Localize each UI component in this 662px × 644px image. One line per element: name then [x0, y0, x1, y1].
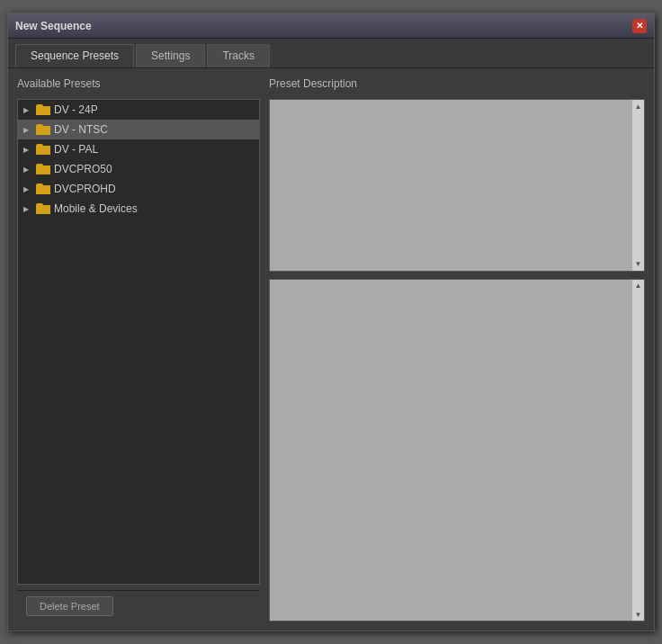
- folder-icon: [36, 183, 50, 194]
- presets-list[interactable]: ▶ DV - 24P ▶ DV - NTSC ▶ DV - PAL ▶: [17, 99, 260, 585]
- preset-description-bottom: ▲ ▼: [269, 279, 645, 622]
- expand-arrow-icon: ▶: [23, 126, 32, 134]
- tab-sequence-presets[interactable]: Sequence Presets: [15, 44, 134, 67]
- folder-icon: [36, 104, 50, 115]
- expand-arrow-icon: ▶: [23, 106, 32, 114]
- expand-arrow-icon: ▶: [23, 185, 32, 193]
- list-item[interactable]: ▶ DV - PAL: [18, 139, 259, 159]
- scroll-up-icon[interactable]: ▲: [634, 102, 643, 111]
- folder-icon: [36, 124, 50, 135]
- delete-preset-button[interactable]: Delete Preset: [26, 596, 113, 616]
- tab-tracks[interactable]: Tracks: [207, 44, 270, 67]
- presets-heading: Available Presets: [17, 77, 260, 94]
- folder-icon: [36, 203, 50, 214]
- preset-description-heading: Preset Description: [269, 77, 645, 92]
- list-item[interactable]: ▶ DVCPRO50: [18, 159, 259, 179]
- window-title: New Sequence: [15, 20, 92, 32]
- folder-icon: [36, 164, 50, 174]
- scrollbar-bottom[interactable]: ▲ ▼: [631, 280, 644, 621]
- preset-label: DV - PAL: [54, 143, 98, 156]
- title-bar: New Sequence ✕: [8, 13, 654, 39]
- list-item[interactable]: ▶ DV - 24P: [18, 100, 259, 120]
- main-window: New Sequence ✕ Sequence Presets Settings…: [7, 13, 655, 631]
- tabs-bar: Sequence Presets Settings Tracks: [8, 39, 654, 68]
- scroll-down-icon[interactable]: ▼: [634, 610, 643, 619]
- list-item[interactable]: ▶ Mobile & Devices: [18, 199, 259, 219]
- content-area: Available Presets ▶ DV - 24P ▶ DV - NTSC…: [8, 68, 654, 631]
- preset-description-top: ▲ ▼: [269, 99, 645, 272]
- close-button[interactable]: ✕: [632, 19, 647, 33]
- tab-settings[interactable]: Settings: [136, 44, 205, 67]
- expand-arrow-icon: ▶: [23, 205, 32, 213]
- preset-label: DV - NTSC: [54, 123, 108, 136]
- list-item[interactable]: ▶ DVCPROHD: [18, 179, 259, 199]
- preset-label: DVCPROHD: [54, 183, 116, 195]
- scroll-up-icon[interactable]: ▲: [634, 282, 643, 291]
- preset-label: DV - 24P: [54, 103, 98, 116]
- left-panel: Available Presets ▶ DV - 24P ▶ DV - NTSC…: [17, 77, 260, 622]
- scroll-down-icon[interactable]: ▼: [634, 260, 643, 269]
- right-panel: Preset Description ▲ ▼ ▲ ▼: [269, 77, 645, 622]
- folder-icon: [36, 144, 50, 155]
- expand-arrow-icon: ▶: [23, 165, 32, 174]
- list-item[interactable]: ▶ DV - NTSC: [18, 120, 259, 139]
- bottom-bar: Delete Preset: [17, 590, 260, 622]
- preset-label: Mobile & Devices: [54, 202, 138, 215]
- expand-arrow-icon: ▶: [23, 146, 32, 154]
- preset-label: DVCPRO50: [54, 163, 112, 175]
- scrollbar-top[interactable]: ▲ ▼: [631, 100, 644, 271]
